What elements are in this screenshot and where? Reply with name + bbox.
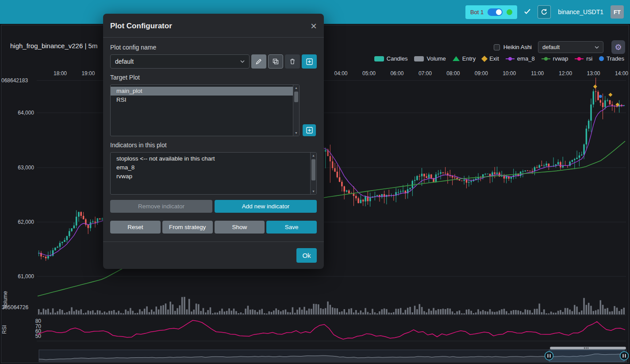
legend-item-Exit[interactable]: Exit xyxy=(482,55,499,62)
check-icon xyxy=(524,8,530,15)
toggle-knob xyxy=(496,9,502,15)
navigator-right-handle[interactable] xyxy=(620,352,629,360)
svg-text:RSI: RSI xyxy=(1,325,8,334)
indicators-label: Indicators in this plot xyxy=(110,142,317,149)
reset-button[interactable]: Reset xyxy=(110,221,161,234)
plot-configurator-dialog: Plot Configurator × Plot config name def… xyxy=(103,14,324,269)
remove-indicator-button[interactable]: Remove indicator xyxy=(110,200,212,213)
legend-label: rvwap xyxy=(553,55,569,62)
navigator-left-handle[interactable] xyxy=(545,352,553,360)
scrollbar-track[interactable] xyxy=(311,158,316,188)
svg-text:09:00: 09:00 xyxy=(475,70,488,77)
indicators-listbox[interactable]: stoploss <-- not available in this chart… xyxy=(110,152,317,195)
config-toolbar: default xyxy=(110,54,317,69)
target-plot-option[interactable]: main_plot xyxy=(111,87,293,96)
plus-square-icon xyxy=(306,58,313,65)
legend-label: Volume xyxy=(426,55,446,62)
svg-text:63,000: 63,000 xyxy=(18,165,34,171)
indicator-option[interactable]: rvwap xyxy=(111,172,310,181)
rename-config-button[interactable] xyxy=(251,54,266,69)
scrollbar-thumb[interactable] xyxy=(294,92,298,102)
indicator-option[interactable]: stoploss <-- not available in this chart xyxy=(111,154,310,163)
legend-label: ema_8 xyxy=(517,55,535,62)
gear-icon: ⚙ xyxy=(615,43,622,51)
freqtrade-app: { "navbar": { "bot_selector_label": "Bot… xyxy=(0,0,630,364)
ok-button[interactable]: Ok xyxy=(296,248,317,263)
dialog-title: Plot Configurator xyxy=(110,22,172,31)
from-strategy-button[interactable]: From strategy xyxy=(162,221,213,234)
indicator-option[interactable]: ema_8 xyxy=(111,163,310,172)
trash-icon xyxy=(289,58,296,65)
bot-selector[interactable]: Bot 1 xyxy=(465,5,517,19)
ema_8-swatch-icon xyxy=(506,56,515,61)
show-button[interactable]: Show xyxy=(215,221,265,234)
horizontal-scrollbar[interactable] xyxy=(550,347,626,349)
rsi-line xyxy=(38,320,625,339)
chevron-down-icon xyxy=(240,60,245,63)
navigator-selected-range[interactable] xyxy=(549,350,624,362)
svg-text:62,000: 62,000 xyxy=(18,219,34,225)
chevron-down-icon xyxy=(595,46,599,49)
freqtrade-logo[interactable]: FT xyxy=(611,5,624,19)
legend-item-Volume[interactable]: Volume xyxy=(414,55,446,62)
legend-item-rvwap[interactable]: rvwap xyxy=(542,55,569,62)
refresh-button[interactable] xyxy=(538,5,551,19)
Entry-swatch-icon xyxy=(453,56,460,61)
target-plot-listbox[interactable]: main_plotRSI ▲ ▼ xyxy=(110,84,300,136)
legend-item-Entry[interactable]: Entry xyxy=(453,55,476,62)
pencil-icon xyxy=(256,58,262,65)
target-plot-option[interactable]: RSI xyxy=(111,96,293,104)
target-plot-label: Target Plot xyxy=(110,74,317,81)
dialog-header: Plot Configurator × xyxy=(103,14,324,38)
svg-text:64,000: 64,000 xyxy=(18,110,34,116)
add-plot-button[interactable] xyxy=(303,124,316,136)
legend-label: Exit xyxy=(489,55,499,62)
scrollbar-thumb[interactable] xyxy=(311,159,315,180)
legend-item-Candles[interactable]: Candles xyxy=(374,55,408,62)
bot-online-indicator xyxy=(507,9,512,15)
svg-text:10:00: 10:00 xyxy=(503,70,516,77)
svg-text:068642183: 068642183 xyxy=(1,77,28,84)
bot-toggle[interactable] xyxy=(488,8,503,16)
add-new-indicator-button[interactable]: Add new indicator xyxy=(215,200,317,213)
Exit-swatch-icon xyxy=(481,55,488,61)
legend-item-Trades[interactable]: Trades xyxy=(599,55,624,62)
svg-text:19:00: 19:00 xyxy=(81,70,95,77)
svg-text:61,000: 61,000 xyxy=(18,273,34,280)
chart-title: high_frog_binance_v226 | 5m xyxy=(10,42,97,50)
exchange-pair-name: binance_USDT1 xyxy=(558,8,603,15)
close-icon[interactable]: × xyxy=(311,21,317,31)
plot-config-select[interactable]: default xyxy=(110,54,250,69)
plot-config-select-value: default xyxy=(115,58,134,65)
plot-config-dropdown[interactable]: default xyxy=(538,41,603,53)
svg-text:07:00: 07:00 xyxy=(419,70,432,77)
plot-config-name-label: Plot config name xyxy=(110,44,317,51)
Trades-swatch-icon xyxy=(599,56,604,61)
svg-text:04:00: 04:00 xyxy=(334,70,347,77)
delete-config-button[interactable] xyxy=(285,54,300,69)
plot-config-dropdown-value: default xyxy=(542,44,560,50)
duplicate-config-button[interactable] xyxy=(268,54,283,69)
scrollbar-track[interactable] xyxy=(293,91,299,130)
scrollbar[interactable]: ▲ ▼ xyxy=(310,153,316,194)
rsi-swatch-icon xyxy=(575,56,584,61)
legend-label: rsi xyxy=(586,55,592,62)
add-config-button[interactable] xyxy=(302,54,317,69)
scroll-down-icon[interactable]: ▼ xyxy=(293,130,299,136)
heikin-ashi-label: Heikin Ashi xyxy=(503,44,532,50)
legend-item-rsi[interactable]: rsi xyxy=(575,55,592,62)
scroll-down-icon[interactable]: ▼ xyxy=(311,188,316,194)
svg-text:11:00: 11:00 xyxy=(531,70,544,77)
data-zoom-navigator[interactable] xyxy=(39,350,629,362)
legend-item-ema_8[interactable]: ema_8 xyxy=(506,55,535,62)
copy-icon xyxy=(273,58,279,65)
heikin-ashi-checkbox[interactable] xyxy=(494,44,500,50)
plot-settings-button[interactable]: ⚙ xyxy=(611,40,625,54)
svg-text:12:00: 12:00 xyxy=(559,70,572,77)
trade-markers xyxy=(593,84,619,107)
refresh-icon xyxy=(541,8,548,15)
scroll-up-icon[interactable]: ▲ xyxy=(311,153,316,158)
save-button[interactable]: Save xyxy=(266,221,317,234)
scroll-up-icon[interactable]: ▲ xyxy=(293,85,299,91)
scrollbar[interactable]: ▲ ▼ xyxy=(293,85,299,136)
